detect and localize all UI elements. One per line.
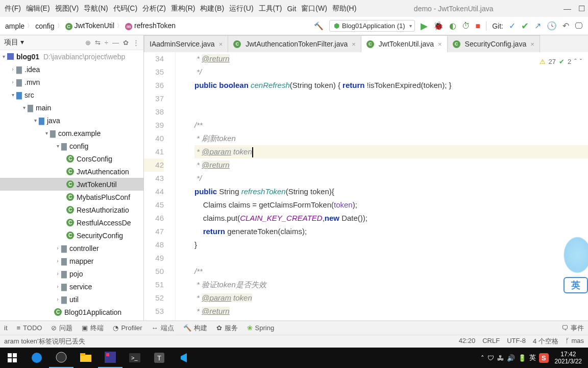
- tab-jwttoken[interactable]: CJwtTokenUtil.java×: [361, 35, 448, 52]
- expand-all-icon[interactable]: ⇆: [95, 39, 101, 47]
- taskbar-terminal[interactable]: >_: [122, 348, 147, 368]
- minimize-icon[interactable]: ―: [564, 4, 571, 13]
- git-push-icon[interactable]: ↗: [534, 21, 541, 31]
- select-opened-icon[interactable]: ⊕: [85, 39, 91, 47]
- status-eol[interactable]: CRLF: [482, 337, 500, 346]
- status-branch[interactable]: ᚶ mas: [566, 337, 584, 346]
- tray-volume-icon[interactable]: 🔊: [507, 354, 515, 362]
- menu-tools[interactable]: 工具(T): [256, 2, 285, 15]
- coverage-icon[interactable]: ◐: [449, 21, 456, 31]
- menu-nav[interactable]: 导航(N): [81, 2, 110, 15]
- menu-run[interactable]: 运行(U): [227, 2, 256, 15]
- run-config-selector[interactable]: ⬢Blog01Application (1): [329, 20, 415, 32]
- tray-ime[interactable]: S: [539, 353, 549, 363]
- tree-item-jwtauth[interactable]: CJwtAuthencation: [0, 165, 143, 178]
- project-tree[interactable]: ▾blog01 D:\javabianc\project\webp ›▇.ide…: [0, 50, 143, 320]
- class-icon: C: [54, 308, 62, 316]
- tree-item-restful[interactable]: CRestfulAccessDe: [0, 216, 143, 229]
- profile-icon[interactable]: ⏱: [462, 21, 470, 31]
- search-everywhere-icon[interactable]: 🖵: [575, 21, 583, 31]
- debug-icon[interactable]: 🐞: [433, 21, 444, 31]
- tray-up-icon[interactable]: ˄: [481, 354, 484, 362]
- git-history-icon[interactable]: 🕓: [547, 21, 557, 31]
- run-icon[interactable]: ▶: [421, 20, 428, 32]
- assistant-badge[interactable]: 英: [564, 277, 588, 293]
- tab-jwtauth[interactable]: CJwtAuthencationTokenFilter.java×: [228, 35, 361, 52]
- tree-item-cors[interactable]: CCorsConfig: [0, 152, 143, 165]
- tool-events[interactable]: 🗨事件: [561, 324, 584, 333]
- chevron-down-icon[interactable]: ˇ: [580, 55, 582, 68]
- hide-icon[interactable]: —: [112, 39, 119, 47]
- tool-spring[interactable]: ❀Spring: [247, 324, 275, 332]
- menu-view[interactable]: 视图(V): [53, 2, 82, 15]
- tool-git[interactable]: it: [4, 324, 8, 332]
- status-encoding[interactable]: UTF-8: [507, 337, 526, 346]
- tray-battery-icon[interactable]: 🔋: [518, 354, 526, 362]
- start-button[interactable]: [0, 348, 24, 368]
- tray-network-icon[interactable]: 🖧: [497, 354, 504, 362]
- menu-edit[interactable]: 编辑(E): [23, 2, 53, 15]
- taskbar-explorer[interactable]: [74, 348, 98, 368]
- taskbar-app[interactable]: T: [147, 348, 172, 368]
- code-editor[interactable]: * @return */public boolean cenRefresh(St…: [183, 52, 588, 320]
- tree-item-security[interactable]: CSecurityConfig: [0, 229, 143, 242]
- close-icon[interactable]: ×: [530, 40, 534, 48]
- menu-refactor[interactable]: 重构(R): [168, 2, 198, 15]
- tree-item-app[interactable]: CBlog01Application: [0, 306, 143, 318]
- git-label: Git:: [492, 22, 503, 30]
- settings-icon[interactable]: ✿: [123, 39, 129, 47]
- tool-profiler[interactable]: ◔Profiler: [113, 324, 142, 332]
- project-title[interactable]: 项目 ▾: [4, 38, 81, 47]
- close-icon[interactable]: ×: [219, 40, 223, 48]
- tool-build[interactable]: 🔨构建: [183, 324, 207, 333]
- close-icon[interactable]: ×: [438, 40, 442, 48]
- git-update-icon[interactable]: ✓: [509, 21, 516, 31]
- git-rollback-icon[interactable]: ↶: [562, 21, 569, 31]
- inspections-widget[interactable]: ⚠27 ✔2 ˆˇ: [540, 55, 582, 68]
- menu-git[interactable]: Git: [284, 3, 299, 15]
- menu-help[interactable]: 帮助(H): [330, 2, 359, 15]
- taskbar-vscode[interactable]: [172, 348, 196, 368]
- menu-file[interactable]: 件(F): [2, 2, 23, 15]
- folder-icon: ▇: [16, 78, 22, 86]
- taskbar-edge[interactable]: [24, 348, 49, 368]
- taskbar-obs[interactable]: [49, 348, 74, 368]
- class-icon: C: [66, 155, 74, 163]
- menu-build[interactable]: 构建(B): [198, 2, 227, 15]
- crumb-method[interactable]: mrefreshToken: [125, 21, 176, 30]
- stop-icon[interactable]: ■: [476, 21, 481, 31]
- tray-clock[interactable]: 17:422021/3/22: [552, 351, 585, 365]
- chevron-up-icon[interactable]: ˆ: [574, 55, 576, 68]
- tool-todo[interactable]: ≡TODO: [17, 324, 42, 332]
- crumb-example[interactable]: ample: [5, 22, 24, 30]
- tab-iadmin[interactable]: IAadminService.java×: [144, 35, 228, 52]
- menu-analyze[interactable]: 分析(Z): [140, 2, 168, 15]
- close-icon[interactable]: ×: [352, 40, 356, 48]
- tree-item-restauth[interactable]: CRestAuthorizatio: [0, 203, 143, 216]
- status-indent[interactable]: 4 个空格: [533, 337, 558, 346]
- tab-security[interactable]: CSecurityConfig.java×: [447, 35, 540, 52]
- line-gutter[interactable]: 3435363738394041424344454647484950515253…: [144, 52, 176, 320]
- taskbar-intellij[interactable]: [98, 348, 122, 368]
- tray-lang[interactable]: 英: [529, 353, 536, 362]
- tree-item-jwttoken[interactable]: CJwtTokenUtil: [0, 178, 143, 191]
- more-icon[interactable]: ⋮: [133, 39, 139, 47]
- tool-terminal[interactable]: ▣终端: [82, 324, 104, 333]
- tool-endpoints[interactable]: ↔端点: [152, 324, 174, 333]
- tree-item-mybatis[interactable]: CMybatisPlusConf: [0, 191, 143, 203]
- tool-services[interactable]: ✿服务: [216, 324, 238, 333]
- maximize-icon[interactable]: ☐: [578, 4, 585, 13]
- build-icon[interactable]: [314, 21, 324, 31]
- tray-defender-icon[interactable]: 🛡: [487, 354, 494, 362]
- crumb-class[interactable]: CJwtTokenUtil: [65, 21, 115, 30]
- tool-problems[interactable]: ⊘问题: [51, 324, 72, 333]
- menu-code[interactable]: 代码(C): [111, 2, 140, 15]
- collapse-all-icon[interactable]: ÷: [105, 39, 108, 47]
- svg-rect-6: [80, 355, 91, 362]
- class-icon: C: [66, 219, 74, 226]
- folder-icon: ▇: [28, 104, 33, 112]
- crumb-config[interactable]: config: [35, 22, 54, 30]
- status-position[interactable]: 42:20: [459, 337, 476, 346]
- git-commit-icon[interactable]: ✔: [521, 20, 529, 32]
- menu-window[interactable]: 窗口(W): [299, 2, 330, 15]
